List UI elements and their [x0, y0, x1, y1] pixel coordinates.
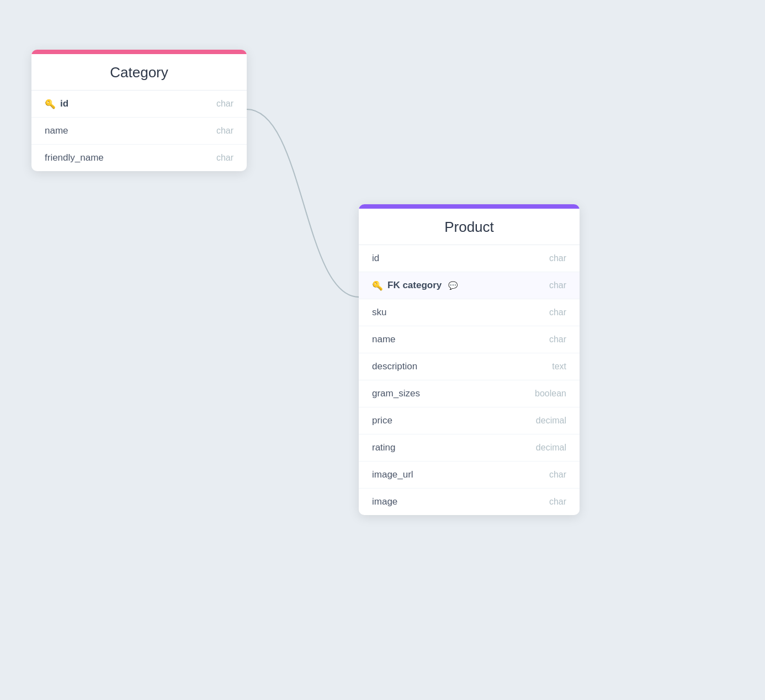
field-name: FK category	[387, 280, 442, 291]
category-table-rows: 🔑 id char name char friendly_name char	[31, 91, 247, 171]
field-name: rating	[372, 442, 396, 453]
category-table-title: Category	[31, 54, 247, 91]
row-left: price	[372, 415, 392, 426]
field-name: id	[372, 253, 379, 264]
field-type: char	[216, 99, 233, 109]
row-left: description	[372, 361, 417, 372]
table-row: name char	[31, 118, 247, 145]
row-left: 🔑 FK category 💬	[372, 280, 458, 291]
product-table: Product id char 🔑 FK category 💬 char sku	[359, 204, 580, 515]
field-name: name	[372, 334, 396, 345]
table-row: image char	[359, 489, 580, 515]
field-type: char	[549, 335, 566, 344]
field-name: gram_sizes	[372, 388, 420, 399]
table-row: id char	[359, 245, 580, 272]
field-name: name	[45, 125, 68, 136]
table-row: sku char	[359, 299, 580, 326]
field-name: id	[60, 98, 68, 109]
field-name: description	[372, 361, 417, 372]
field-name: image_url	[372, 469, 413, 480]
category-table: Category 🔑 id char name char friendly_na…	[31, 50, 247, 171]
table-row: price decimal	[359, 407, 580, 434]
product-table-title: Product	[359, 209, 580, 245]
table-row: 🔑 id char	[31, 91, 247, 118]
field-type: char	[549, 280, 566, 290]
category-table-header	[31, 50, 247, 54]
field-type: char	[216, 126, 233, 136]
row-left: image_url	[372, 469, 413, 480]
comment-icon: 💬	[448, 281, 458, 290]
field-name: image	[372, 496, 397, 507]
table-row: gram_sizes boolean	[359, 380, 580, 407]
field-type: char	[216, 153, 233, 163]
field-name: price	[372, 415, 392, 426]
key-icon: 🔑	[45, 99, 56, 109]
field-type: boolean	[535, 389, 566, 399]
product-table-header	[359, 204, 580, 209]
product-table-rows: id char 🔑 FK category 💬 char sku char	[359, 245, 580, 515]
key-icon: 🔑	[372, 280, 383, 291]
table-row: name char	[359, 326, 580, 353]
row-left: gram_sizes	[372, 388, 420, 399]
table-row: 🔑 FK category 💬 char	[359, 272, 580, 299]
row-left: friendly_name	[45, 152, 104, 163]
field-type: decimal	[536, 416, 566, 426]
table-row: description text	[359, 353, 580, 380]
row-left: rating	[372, 442, 396, 453]
row-left: name	[45, 125, 68, 136]
row-left: name	[372, 334, 396, 345]
row-left: id	[372, 253, 379, 264]
field-name: sku	[372, 307, 386, 318]
table-row: friendly_name char	[31, 145, 247, 171]
row-left: 🔑 id	[45, 98, 68, 109]
table-row: rating decimal	[359, 434, 580, 462]
row-left: image	[372, 496, 397, 507]
field-name: friendly_name	[45, 152, 104, 163]
field-type: char	[549, 307, 566, 317]
field-type: char	[549, 470, 566, 480]
row-left: sku	[372, 307, 386, 318]
field-type: decimal	[536, 443, 566, 453]
field-type: char	[549, 497, 566, 507]
field-type: char	[549, 253, 566, 263]
table-row: image_url char	[359, 462, 580, 489]
field-type: text	[552, 362, 566, 372]
